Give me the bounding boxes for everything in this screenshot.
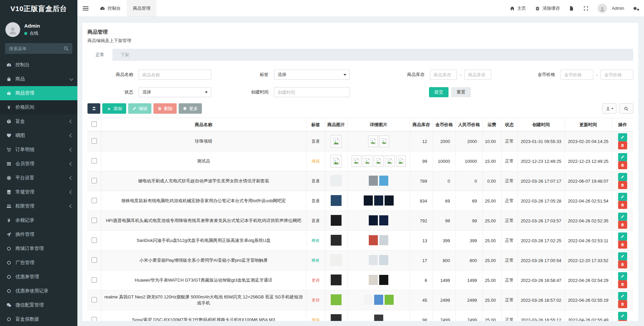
fullscreen-button[interactable] (579, 0, 593, 16)
delete-row-button[interactable] (618, 280, 627, 288)
row-checkbox[interactable] (92, 317, 97, 321)
export-button[interactable] (602, 103, 616, 114)
row-checkbox[interactable] (92, 138, 97, 144)
tab-offshelf[interactable]: 下架 (112, 49, 137, 61)
col-header-detail-images: 详情图片 (347, 118, 410, 132)
search-toggle-button[interactable] (619, 103, 633, 114)
edit-row-button[interactable] (618, 232, 627, 241)
sidebar-item-ad-manage[interactable]: 广告管理 (0, 256, 77, 270)
cell-stock: 6 (410, 270, 433, 290)
row-checkbox[interactable] (92, 198, 97, 203)
sidebar-item-wechat-config[interactable]: 微信配置管理 (0, 298, 77, 312)
select-all-checkbox[interactable] (92, 121, 97, 127)
chevron-left-icon (69, 134, 73, 137)
page-icon (569, 6, 574, 11)
sidebar-item-dashboard[interactable]: 控制台 (0, 58, 77, 72)
dashboard-icon (6, 62, 12, 68)
sidebar-item-goods[interactable]: 商品 (0, 72, 77, 86)
sidebar-item-plugin-manage[interactable]: 插件管理 (0, 227, 77, 242)
gold-max-input[interactable] (601, 70, 633, 80)
sidebar-item-photo-share[interactable]: 晒图 (0, 129, 77, 143)
delete-row-button[interactable] (618, 161, 627, 169)
search-icon[interactable] (63, 46, 69, 51)
cell-updated: 2022-04-26 02:53:11 (565, 231, 612, 251)
more-button[interactable]: 更多 (179, 103, 202, 114)
delete-row-button[interactable] (618, 221, 627, 229)
table-row: Huawei/华为手表WATCH GT3/GT典藏版运动智能gt3血氧监测蓝牙通… (87, 270, 633, 290)
sidebar-item-coupon-manage[interactable]: 优惠券管理 (0, 270, 77, 284)
delete-button[interactable]: 删除 (153, 103, 177, 114)
row-checkbox[interactable] (92, 277, 97, 283)
settings-button[interactable] (629, 0, 644, 16)
brand-title: V10正版盲盒后台 (0, 0, 77, 17)
row-checkbox[interactable] (92, 257, 97, 263)
edit-row-button[interactable] (618, 133, 627, 141)
refresh-button[interactable] (87, 103, 100, 114)
sidebar-item-member-manage[interactable]: 会员管理 (0, 157, 77, 171)
col-header-name: 商品名称 (101, 118, 306, 132)
row-checkbox[interactable] (92, 297, 97, 302)
menu-toggle-button[interactable] (77, 0, 94, 16)
status-select[interactable]: 选择 (139, 87, 211, 97)
delete-row-button[interactable] (618, 241, 627, 249)
sidebar-item-platform-settings[interactable]: 平台设置 (0, 171, 77, 185)
sidebar-search-input[interactable] (5, 46, 63, 51)
edit-row-button[interactable] (618, 272, 627, 280)
detail-image (379, 255, 388, 265)
edit-row-button[interactable] (618, 252, 627, 260)
add-button[interactable]: ＋添加 (102, 103, 126, 114)
row-checkbox[interactable] (92, 178, 97, 183)
sidebar-item-price-range[interactable]: ¥价格区间 (0, 100, 77, 114)
row-checkbox[interactable] (92, 218, 97, 223)
row-checkbox[interactable] (92, 158, 97, 164)
product-name: 珍珠项链 (101, 132, 306, 151)
reset-button[interactable]: 重置 (451, 87, 471, 97)
edit-row-button[interactable] (618, 173, 627, 181)
sidebar-item-mall-order-manage[interactable]: 商城订单管理 (0, 242, 77, 256)
delete-row-button[interactable] (618, 201, 627, 209)
row-checkbox[interactable] (92, 238, 97, 243)
product-name-input[interactable] (139, 70, 211, 80)
page-title: 商品管理 (87, 29, 633, 35)
edit-button[interactable]: 编辑 (128, 103, 151, 114)
created-time-input[interactable] (274, 87, 350, 97)
delete-row-button[interactable] (618, 141, 627, 149)
edit-row-button[interactable] (618, 312, 627, 320)
home-link[interactable]: 主页 (505, 0, 530, 16)
delete-row-button[interactable] (618, 181, 627, 189)
clear-cache-link[interactable]: 清除缓存 (530, 0, 564, 16)
edit-row-button[interactable] (618, 292, 627, 300)
pencil-icon (620, 135, 624, 139)
sidebar-item-order-detail[interactable]: 订单明细 (0, 143, 77, 157)
sidebar-item-coupon-usage-records[interactable]: 优惠券使用记录 (0, 284, 77, 298)
chevron-left-icon (69, 148, 73, 151)
sidebar-item-blind-box[interactable]: 盲盒 (0, 114, 77, 129)
submit-button[interactable]: 提交 (429, 87, 449, 97)
cell-stock: 792 (410, 211, 433, 231)
nav-tab-dashboard[interactable]: 控制台 (94, 0, 127, 16)
sidebar-item-general-manage[interactable]: 常规管理 (0, 185, 77, 199)
delete-row-button[interactable] (618, 260, 627, 268)
user-menu[interactable]: Admin (593, 0, 629, 16)
sidebar: V10正版盲盒后台 Admin 在线 控制台商品商品管理¥价格区间盲盒晒图订单明… (0, 0, 77, 326)
stock-max-input[interactable] (464, 70, 491, 80)
cube-icon (6, 119, 12, 124)
cell-checkbox (87, 151, 101, 171)
nav-tab-product-manage[interactable]: 商品管理 (127, 0, 156, 16)
edit-row-button[interactable] (618, 213, 627, 221)
edit-row-button[interactable] (618, 153, 627, 161)
cell-updated: 2023-02-20 04:14:25 (565, 132, 612, 151)
tab-normal[interactable]: 正常 (87, 49, 112, 61)
sidebar-item-goods-manage[interactable]: 商品管理 (0, 86, 77, 100)
delete-row-button[interactable] (618, 300, 627, 308)
sidebar-item-blindbox-fake-data[interactable]: 盲盒假数据 (0, 312, 77, 326)
gold-min-input[interactable] (561, 70, 593, 80)
stock-min-input[interactable] (430, 70, 457, 80)
page-button[interactable] (564, 0, 579, 16)
tag-select[interactable]: 选择 (274, 70, 350, 80)
sidebar-item-balance-records[interactable]: ¥余额记录 (0, 213, 77, 227)
delete-row-button[interactable] (618, 320, 627, 321)
sidebar-item-label: 控制台 (15, 62, 30, 68)
edit-row-button[interactable] (618, 193, 627, 201)
sidebar-item-permission-manage[interactable]: 权限管理 (0, 199, 77, 213)
